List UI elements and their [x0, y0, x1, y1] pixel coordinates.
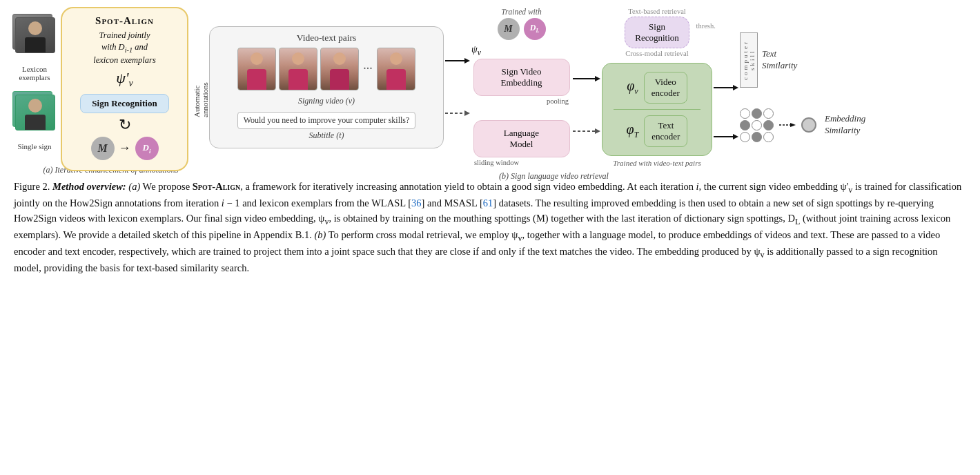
video-to-embed-arrow [444, 42, 471, 132]
grid-circle-6 [763, 120, 774, 130]
figure-caption: Figure 2. Method overview: (a) We propos… [12, 180, 968, 276]
video-encoder-row: φv Video encoder [627, 72, 687, 104]
automatic-annotations-label: Automatic annotations [193, 62, 209, 117]
trained-with-label: Trained with [501, 8, 541, 16]
single-sign-images [12, 91, 57, 138]
single-sign-label: Single sign [17, 142, 51, 151]
fig-b-content: Video-text pairs [209, 7, 968, 167]
svg-marker-7 [595, 128, 600, 134]
video-frame-last [377, 48, 415, 90]
m-to-di-row: M → Di [91, 137, 159, 160]
video-text-pairs-label: Video-text pairs [297, 32, 357, 43]
arrow-m-di: → [119, 141, 131, 155]
video-frames-row: ··· [237, 48, 415, 90]
sign-recognition-box-a: Sign Recognition [80, 94, 168, 113]
sign-recognition-section: Text-based retrieval Sign Recognition th… [625, 8, 689, 57]
arrow-to-embed-sim [714, 131, 738, 142]
video-encoder-box: Video encoder [644, 72, 687, 104]
thresh-label: thresh. [696, 22, 715, 30]
arrow-to-text-enc [573, 126, 600, 137]
spot-align-title: Spot-Align [95, 15, 154, 27]
svg-marker-5 [595, 76, 600, 81]
pooling-label: pooling [547, 97, 571, 105]
subtitle-label: Subtitle (t) [308, 130, 344, 141]
arrow-to-video-enc [573, 73, 600, 84]
svg-marker-13 [790, 123, 796, 127]
cross-modal-label: Cross-modal retrieval [625, 50, 688, 57]
trained-vtp-label: Trained with video-text pairs [613, 159, 700, 167]
phi-v-label: φv [627, 78, 638, 97]
language-model-box: Language Model [473, 120, 570, 157]
phi-t-label: φT [627, 122, 639, 140]
sign-video-embedding-box: Sign Video Embedding [473, 59, 570, 96]
text-similarity-label: TextSimilarity [762, 48, 797, 72]
circle-m-top: M [498, 18, 520, 40]
text-similarity-row: computer skill TextSimilarity [740, 32, 797, 88]
figure-label: Figure 2. [14, 181, 50, 192]
text-encoder-box: Text encoder [644, 115, 687, 147]
grid-circle-3 [763, 108, 774, 119]
sign-recognition-cloud: Sign Recognition [625, 17, 689, 48]
right-arrow-svg [445, 55, 470, 66]
computer-skill-vertical: computer skill [740, 32, 758, 88]
lexicon-exemplars-images [12, 14, 57, 61]
trained-jointly-text: Trained jointly with Di-1 and lexicon ex… [93, 30, 156, 66]
svg-marker-9 [733, 85, 738, 90]
grid-circle-7 [740, 132, 750, 142]
grid-circle-8 [752, 132, 762, 142]
video-text-pairs-box: Video-text pairs [209, 26, 444, 148]
circles-grid [740, 108, 774, 142]
figure-bold: Method overview: [52, 181, 126, 192]
similarity-section: computer skill TextSimilarity [740, 32, 864, 142]
figure-area: Lexicon exemplars Single sign Spot-Align [12, 7, 968, 186]
grid-circle-5 [752, 120, 762, 130]
svg-marker-1 [464, 58, 470, 64]
spot-align-ref: Spot-Align [193, 181, 240, 192]
main-container: Lexicon exemplars Single sign Spot-Align [0, 0, 980, 283]
video-frame-2 [279, 48, 317, 90]
dots-separator: ··· [362, 61, 374, 76]
figure-caption-italic-a: (a) [128, 181, 140, 192]
panel-a: Lexicon exemplars Single sign Spot-Align [12, 7, 209, 171]
video-text-pairs-section: Video-text pairs [209, 26, 444, 148]
arrow-to-text-sim [714, 82, 738, 93]
psi-v-prime: ψ'v [116, 69, 133, 89]
video-frame-1 [237, 48, 276, 90]
encoders-green-box: φv Video encoder φT Text [602, 63, 712, 156]
signing-video-label: Signing video (v) [298, 96, 355, 106]
grid-circle-9 [763, 132, 774, 142]
video-frame-3 [320, 48, 359, 90]
circle-m-a: M [91, 137, 115, 160]
encoder-divider [614, 109, 700, 110]
embedding-similarity-row: EmbeddingSimilarity [740, 108, 865, 142]
circle-dl: DL [524, 18, 546, 40]
grid-circle-4 [740, 120, 750, 130]
circle-di-a: Di [135, 137, 159, 160]
grid-circle-2 [752, 108, 762, 119]
trained-with-section: Trained with M DL [498, 8, 546, 40]
right-arrow-dashed-svg [445, 108, 470, 119]
psi-v-label: ψv [471, 44, 481, 57]
subtitle-box: Would you need to improve your computer … [237, 112, 416, 129]
spot-align-box: Spot-Align Trained jointly with Di-1 and… [61, 7, 188, 171]
encoder-to-sim-arrows [712, 43, 740, 167]
top-circles: M DL [498, 18, 546, 40]
text-encoder-row: φT Text encoder [627, 115, 688, 147]
embedding-similarity-label: EmbeddingSimilarity [825, 113, 865, 137]
arrow-to-target [779, 121, 796, 129]
lexicon-exemplars-label: Lexicon exemplars [12, 65, 57, 81]
svg-marker-3 [464, 110, 470, 116]
target-circle [801, 117, 816, 133]
text-based-retrieval-label: Text-based retrieval [628, 8, 686, 15]
grid-circle-1 [740, 108, 750, 119]
sliding-window-label: sliding window [471, 159, 519, 166]
encoders-section: Text-based retrieval Sign Recognition th… [602, 8, 712, 167]
refresh-arrows: ↻ [119, 116, 131, 134]
center-to-encoder-arrows [571, 50, 602, 160]
panel-b: Video-text pairs [209, 7, 968, 186]
svg-marker-11 [733, 134, 738, 139]
center-models: Trained with M DL ψv Sign Video Em [471, 8, 571, 167]
